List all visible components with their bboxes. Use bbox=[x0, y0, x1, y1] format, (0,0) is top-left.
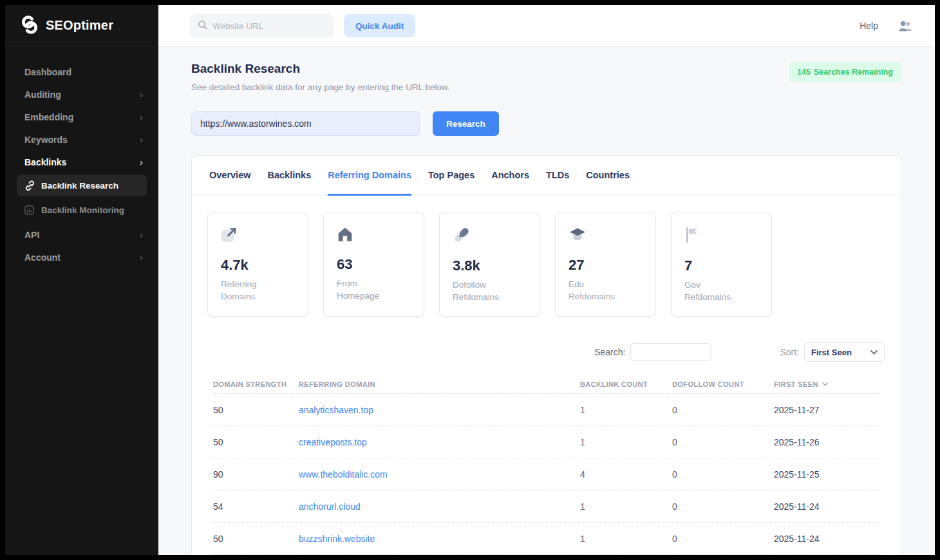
table-header-row: DOMAIN STRENGTH REFERRING DOMAIN BACKLIN… bbox=[213, 375, 881, 394]
cell-first-seen: 2025-11-24 bbox=[774, 534, 881, 544]
tab-tlds[interactable]: TLDs bbox=[546, 156, 569, 196]
sidebar-subitem-backlink-research[interactable]: Backlink Research bbox=[17, 174, 147, 196]
cell-backlink-count: 1 bbox=[580, 534, 672, 544]
cell-domain-strength: 50 bbox=[213, 437, 299, 447]
cell-first-seen: 2025-11-27 bbox=[774, 405, 881, 415]
table-row: 50 creativeposts.top 1 0 2025-11-26 bbox=[213, 426, 881, 458]
sidebar-item-label: Account bbox=[24, 252, 61, 263]
chevron-right-icon: › bbox=[140, 89, 143, 100]
tab-backlinks[interactable]: Backlinks bbox=[268, 156, 312, 196]
page-subtitle: See detailed backlink data for any page … bbox=[191, 82, 450, 92]
cell-backlink-count: 1 bbox=[580, 501, 672, 512]
help-link[interactable]: Help bbox=[860, 21, 878, 31]
searches-remaining-count: 145 bbox=[797, 68, 811, 77]
cell-backlink-count: 1 bbox=[580, 405, 672, 415]
sidebar-item-label: Auditing bbox=[24, 89, 61, 100]
column-header-backlink-count[interactable]: BACKLINK COUNT bbox=[580, 380, 672, 388]
cell-backlink-count: 1 bbox=[580, 437, 672, 447]
stat-card-dofollow-refdomains: 3.8k DofollowRefdomains bbox=[439, 212, 540, 317]
results-card: Overview Backlinks Referring Domains Top… bbox=[191, 155, 901, 555]
stat-card-from-homepage: 63 FromHomepage bbox=[323, 212, 424, 317]
backlinks-submenu: Backlink Research Backlink Monitoring bbox=[17, 174, 147, 221]
stat-value: 7 bbox=[684, 257, 758, 274]
page-content: Backlink Research See detailed backlink … bbox=[158, 46, 935, 555]
cell-referring-domain-link[interactable]: analyticshaven.top bbox=[299, 405, 580, 415]
tab-referring-domains[interactable]: Referring Domains bbox=[328, 156, 411, 196]
sidebar-item-label: Dashboard bbox=[24, 67, 71, 77]
column-header-dofollow-count[interactable]: DOFOLLOW COUNT bbox=[672, 380, 774, 388]
cell-dofollow-count: 0 bbox=[672, 437, 774, 447]
sidebar-subitem-label: Backlink Research bbox=[41, 181, 118, 191]
website-url-searchbox[interactable] bbox=[191, 14, 334, 37]
sidebar-item-api[interactable]: API › bbox=[24, 223, 147, 246]
stat-value: 63 bbox=[337, 256, 411, 273]
tab-countries[interactable]: Countries bbox=[586, 156, 630, 196]
research-button[interactable]: Research bbox=[433, 111, 499, 136]
stat-label: GovRefdomains bbox=[684, 279, 758, 303]
stat-card-gov-refdomains: 7 GovRefdomains bbox=[671, 212, 772, 317]
tab-bar: Overview Backlinks Referring Domains Top… bbox=[192, 156, 901, 196]
cell-first-seen: 2025-11-25 bbox=[774, 469, 881, 480]
cell-dofollow-count: 0 bbox=[672, 405, 774, 415]
bar-chart-icon bbox=[24, 205, 41, 215]
main-area: Quick Audit Help Backlink Research See d… bbox=[158, 5, 935, 555]
tab-top-pages[interactable]: Top Pages bbox=[428, 156, 475, 196]
sidebar-subitem-backlink-monitoring[interactable]: Backlink Monitoring bbox=[17, 199, 147, 221]
stat-card-referring-domains: 4.7k ReferringDomains bbox=[207, 212, 308, 317]
stat-cards: 4.7k ReferringDomains 63 F bbox=[192, 196, 901, 317]
brand-logo[interactable]: SEOptimer bbox=[5, 5, 158, 46]
tab-anchors[interactable]: Anchors bbox=[491, 156, 529, 196]
flag-icon bbox=[684, 235, 700, 246]
cell-referring-domain-link[interactable]: www.thebolditalic.com bbox=[299, 469, 580, 480]
sidebar-item-dashboard[interactable]: Dashboard bbox=[24, 61, 147, 83]
cell-dofollow-count: 0 bbox=[672, 469, 774, 480]
sidebar-item-account[interactable]: Account › bbox=[24, 246, 147, 268]
search-icon bbox=[198, 20, 207, 32]
cell-domain-strength: 90 bbox=[213, 469, 299, 480]
sort-selected-value: First Seen bbox=[811, 348, 852, 357]
stat-label: DofollowRefdomains bbox=[453, 279, 527, 303]
graduation-cap-icon bbox=[569, 234, 587, 245]
quick-audit-button[interactable]: Quick Audit bbox=[344, 14, 415, 37]
website-url-input[interactable] bbox=[212, 21, 322, 31]
app: SEOptimer Dashboard Auditing › Embedding… bbox=[5, 5, 935, 555]
research-url-input[interactable] bbox=[191, 111, 420, 136]
cell-referring-domain-link[interactable]: anchorurl.cloud bbox=[299, 501, 580, 512]
stat-value: 27 bbox=[569, 257, 643, 274]
link-icon bbox=[453, 235, 471, 246]
cell-domain-strength: 50 bbox=[213, 534, 299, 544]
sidebar-item-backlinks[interactable]: Backlinks › bbox=[24, 151, 147, 173]
cell-referring-domain-link[interactable]: buzzshrink.website bbox=[299, 534, 580, 544]
table-row: 54 anchorurl.cloud 1 0 2025-11-24 bbox=[213, 490, 881, 523]
chevron-right-icon: › bbox=[140, 134, 143, 145]
sidebar-item-embedding[interactable]: Embedding › bbox=[24, 106, 147, 128]
link-icon bbox=[24, 180, 41, 191]
table-search-input[interactable] bbox=[630, 343, 711, 361]
tab-overview[interactable]: Overview bbox=[209, 156, 251, 196]
page-header: Backlink Research See detailed backlink … bbox=[191, 62, 901, 92]
stat-label: FromHomepage bbox=[337, 277, 411, 302]
chevron-right-icon: › bbox=[140, 156, 143, 167]
research-form: Research bbox=[191, 111, 901, 136]
sidebar-item-label: API bbox=[24, 230, 39, 240]
stat-value: 4.7k bbox=[221, 257, 295, 274]
column-header-domain-strength[interactable]: DOMAIN STRENGTH bbox=[213, 380, 299, 388]
users-icon[interactable] bbox=[898, 20, 912, 32]
window-frame: SEOptimer Dashboard Auditing › Embedding… bbox=[0, 0, 940, 560]
top-bar: Quick Audit Help bbox=[158, 5, 935, 46]
chevron-down-icon bbox=[870, 350, 878, 355]
chevron-right-icon: › bbox=[140, 229, 143, 240]
sidebar-nav: Dashboard Auditing › Embedding › Keyword… bbox=[5, 46, 158, 268]
chevron-right-icon: › bbox=[140, 111, 143, 122]
sidebar-item-auditing[interactable]: Auditing › bbox=[24, 83, 147, 106]
home-icon bbox=[337, 234, 353, 245]
table-row: 50 analyticshaven.top 1 0 2025-11-27 bbox=[213, 394, 881, 426]
referring-domains-table: DOMAIN STRENGTH REFERRING DOMAIN BACKLIN… bbox=[213, 375, 881, 555]
stat-label: EduRefdomains bbox=[569, 278, 643, 303]
cell-referring-domain-link[interactable]: creativeposts.top bbox=[299, 437, 580, 447]
sidebar-item-keywords[interactable]: Keywords › bbox=[24, 128, 147, 151]
column-header-first-seen[interactable]: FIRST SEEN bbox=[774, 380, 881, 388]
sort-select[interactable]: First Seen bbox=[804, 342, 885, 362]
seoptimer-gear-icon bbox=[19, 14, 40, 37]
column-header-referring-domain[interactable]: REFERRING DOMAIN bbox=[299, 380, 580, 388]
